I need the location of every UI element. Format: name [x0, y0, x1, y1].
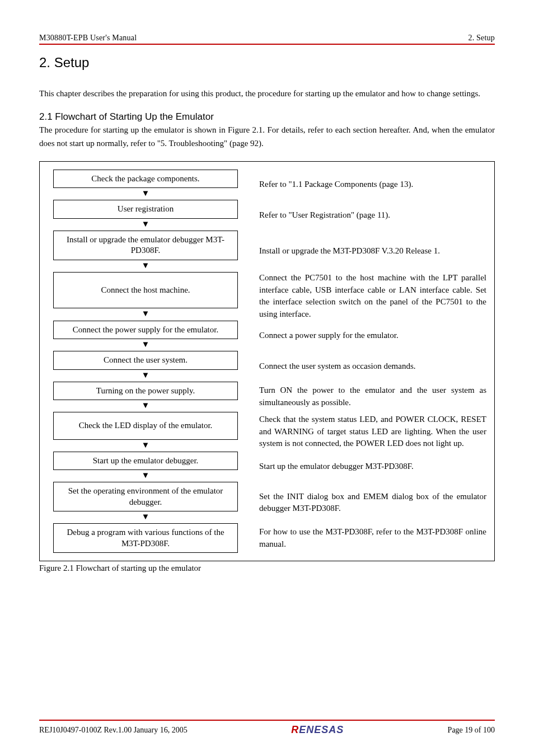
flow-step-box: Connect the host machine.	[53, 272, 238, 309]
renesas-logo: RENESAS	[291, 724, 344, 736]
chapter-intro: This chapter describes the preparation f…	[39, 87, 495, 100]
flow-step-box: User registration	[53, 200, 238, 219]
flow-step-desc: Connect a power supply for the emulator.	[259, 330, 399, 342]
footer-docinfo: REJ10J0497-0100Z Rev.1.00 January 16, 20…	[39, 726, 188, 735]
flow-arrow-icon: ▼	[53, 470, 238, 482]
header-left: M30880T-EPB User's Manual	[39, 34, 137, 43]
flow-step-box: Turning on the power supply.	[53, 382, 238, 401]
flow-arrow-icon: ▼	[53, 400, 238, 412]
flow-step-box: Debug a program with various functions o…	[53, 523, 238, 553]
header-rule	[39, 44, 495, 45]
section-heading: 2.1 Flowchart of Starting Up the Emulato…	[39, 111, 495, 123]
flow-arrow-icon: ▼	[53, 370, 238, 382]
figure-caption: Figure 2.1 Flowchart of starting up the …	[39, 564, 495, 573]
flow-step-box: Start up the emulator debugger.	[53, 452, 238, 471]
flow-step-desc: Connect the PC7501 to the host machine w…	[259, 272, 486, 321]
footer-page-number: Page 19 of 100	[448, 726, 495, 735]
chapter-title: 2. Setup	[39, 55, 495, 71]
header-right: 2. Setup	[469, 34, 495, 43]
flow-step-desc: Refer to "User Registration" (page 11).	[259, 209, 390, 222]
flow-step-desc: Turn ON the power to the emulator and th…	[259, 384, 486, 409]
flow-step-desc: Check that the system status LED, and PO…	[259, 414, 486, 450]
flow-step-box: Set the operating environment of the emu…	[53, 482, 238, 511]
flow-step-box: Connect the power supply for the emulato…	[53, 321, 238, 340]
section-intro: The procedure for starting up the emulat…	[39, 124, 495, 150]
flow-step-box: Check the LED display of the emulator.	[53, 412, 238, 440]
flow-step-desc: Install or upgrade the M3T-PD308F V.3.20…	[259, 245, 440, 257]
flow-step-desc: For how to use the M3T-PD308F, refer to …	[259, 526, 486, 551]
flow-step-desc: Set the INIT dialog box and EMEM dialog …	[259, 491, 486, 515]
flow-step-box: Install or upgrade the emulator debugger…	[53, 231, 238, 260]
footer-rule	[39, 720, 495, 721]
flow-arrow-icon: ▼	[53, 339, 238, 351]
flow-arrow-icon: ▼	[53, 440, 238, 452]
flow-arrow-icon: ▼	[53, 188, 238, 200]
flowchart-container: Check the package components. ▼ Refer to…	[39, 161, 495, 562]
flow-step-desc: Refer to "1.1 Package Components (page 1…	[259, 179, 413, 191]
flow-step-box: Check the package components.	[53, 170, 238, 189]
flow-arrow-icon: ▼	[53, 308, 238, 320]
flow-step-desc: Connect the user system as occasion dema…	[259, 360, 416, 373]
flow-arrow-icon: ▼	[53, 260, 238, 272]
flow-arrow-icon: ▼	[53, 219, 238, 231]
flow-arrow-icon: ▼	[53, 511, 238, 523]
flow-step-desc: Start up the emulator debugger M3T-PD308…	[259, 461, 414, 473]
flow-step-box: Connect the user system.	[53, 351, 238, 370]
